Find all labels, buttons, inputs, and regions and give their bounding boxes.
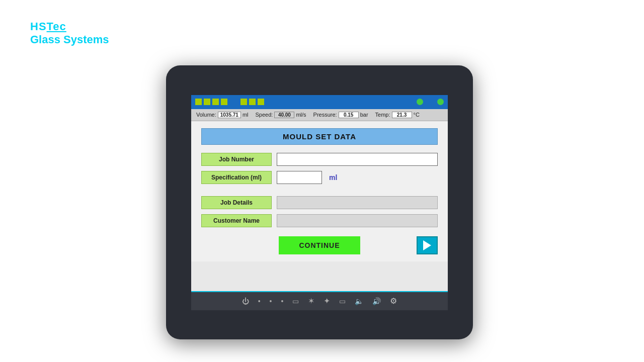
- job-details-input[interactable]: [277, 196, 438, 209]
- bottom-row: CONTINUE: [201, 236, 438, 254]
- taskbar: ⏻ • • • ▭ ✶ ✦ ▭ 🔈 🔊 ⚙: [191, 291, 448, 310]
- toolbar-square-4: [221, 99, 227, 105]
- toolbar-square-1: [195, 99, 202, 105]
- toolbar-square-3: [212, 99, 219, 105]
- toolbar-squares: [195, 99, 264, 105]
- indicator-1: [417, 99, 423, 105]
- job-number-input[interactable]: [277, 153, 438, 166]
- speed-label: Speed:: [256, 112, 273, 118]
- volume-status: Volume: 1035.71 ml: [196, 112, 249, 118]
- toolbar-square-2: [204, 99, 210, 105]
- settings-icon[interactable]: ⚙: [390, 296, 397, 306]
- speed-unit: ml/s: [296, 112, 306, 118]
- customer-name-row: Customer Name: [201, 214, 438, 227]
- logo: HSTec Glass Systems: [30, 20, 109, 46]
- tablet-device: Volume: 1035.71 ml Speed: 40.00 ml/s Pre…: [166, 65, 473, 339]
- logo-line1: HSTec: [30, 20, 109, 33]
- toolbar-square-7: [258, 99, 264, 105]
- screen: Volume: 1035.71 ml Speed: 40.00 ml/s Pre…: [191, 95, 448, 291]
- temp-value: 21.3: [392, 112, 412, 118]
- job-details-row: Job Details: [201, 196, 438, 209]
- dot-icon-2: •: [270, 297, 272, 305]
- power-icon[interactable]: ⏻: [242, 297, 249, 305]
- volume-icon[interactable]: 🔊: [372, 297, 381, 305]
- customer-name-input[interactable]: [277, 214, 438, 227]
- job-number-row: Job Number: [201, 153, 438, 166]
- specification-row: Specification (ml) ml: [201, 171, 438, 184]
- toolbar: [191, 95, 448, 109]
- temp-status: Temp: 21.3 °C: [375, 112, 420, 118]
- customer-name-label: Customer Name: [201, 214, 272, 227]
- pressure-label: Pressure:: [313, 112, 337, 118]
- next-arrow-button[interactable]: [417, 236, 438, 254]
- pressure-unit: bar: [360, 112, 368, 118]
- speed-value: 40.00: [274, 112, 294, 118]
- speed-status: Speed: 40.00 ml/s: [256, 112, 306, 118]
- ml-unit: ml: [329, 173, 337, 182]
- form-area: MOULD SET DATA Job Number Specification …: [191, 121, 448, 261]
- volume-unit: ml: [243, 112, 249, 118]
- status-bar: Volume: 1035.71 ml Speed: 40.00 ml/s Pre…: [191, 109, 448, 121]
- dot-icon-1: •: [258, 297, 261, 305]
- toolbar-square-5: [240, 99, 247, 105]
- toolbar-indicators: [417, 99, 444, 105]
- brightness-up-icon[interactable]: ✦: [324, 296, 330, 306]
- display-icon[interactable]: ▭: [339, 297, 346, 305]
- indicator-2: [437, 99, 444, 105]
- specification-input[interactable]: [277, 171, 322, 184]
- toolbar-square-6: [249, 99, 256, 105]
- brightness-icon[interactable]: ✶: [308, 296, 314, 306]
- temp-label: Temp:: [375, 112, 390, 118]
- temp-unit: °C: [414, 112, 420, 118]
- logo-line2: Glass Systems: [30, 33, 109, 46]
- job-number-label: Job Number: [201, 153, 272, 166]
- job-details-label: Job Details: [201, 196, 272, 209]
- specification-label: Specification (ml): [201, 171, 272, 184]
- volume-label: Volume:: [196, 112, 216, 118]
- pressure-value: 0.15: [339, 112, 359, 118]
- window-icon[interactable]: ▭: [292, 297, 299, 305]
- volume-value: 1035.71: [218, 112, 241, 118]
- arrow-right-icon: [423, 240, 431, 250]
- dot-icon-3: •: [281, 297, 283, 305]
- continue-button[interactable]: CONTINUE: [279, 236, 360, 254]
- pressure-status: Pressure: 0.15 bar: [313, 112, 368, 118]
- form-title: MOULD SET DATA: [201, 128, 438, 145]
- mute-icon[interactable]: 🔈: [355, 297, 363, 305]
